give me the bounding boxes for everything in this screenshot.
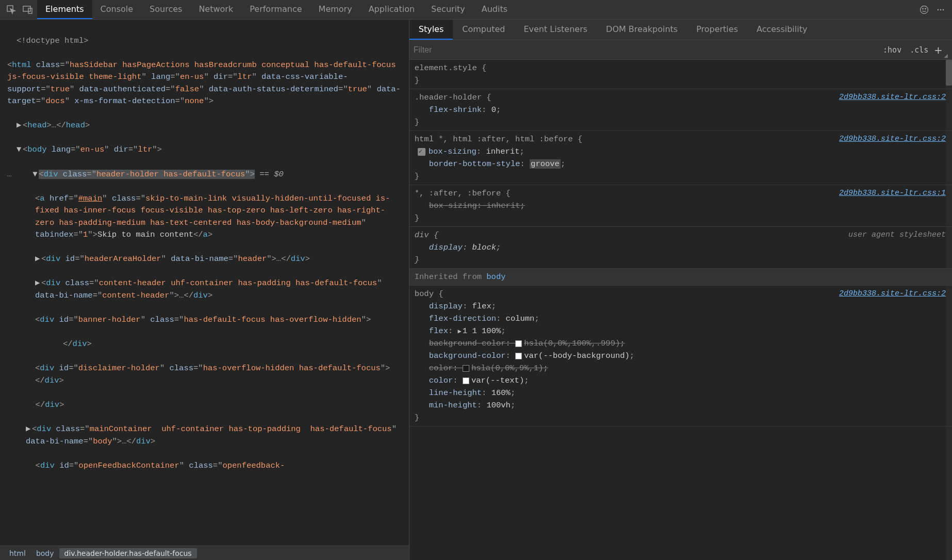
checkbox-icon[interactable] [418, 148, 425, 156]
svg-point-4 [923, 8, 924, 9]
tab-security[interactable]: Security [423, 0, 473, 19]
dom-selected-node[interactable]: …▼<div class="header-holder has-default-… [7, 169, 404, 181]
resize-corner-icon[interactable]: ◢ [944, 53, 948, 58]
tab-memory[interactable]: Memory [310, 0, 360, 19]
stab-styles[interactable]: Styles [409, 20, 453, 40]
dom-maincontainer[interactable]: ▶<div class="mainContainer uhf-container… [7, 423, 404, 448]
color-swatch-icon[interactable] [463, 365, 469, 372]
stab-props[interactable]: Properties [687, 20, 747, 40]
tab-performance[interactable]: Performance [241, 0, 310, 19]
dom-div-close[interactable]: </div> [7, 399, 404, 411]
stab-a11y[interactable]: Accessibility [747, 20, 816, 40]
styles-filterbar: :hov .cls + ◢ [409, 40, 952, 60]
dom-headerarea[interactable]: ▶<div id="headerAreaHolder" data-bi-name… [7, 253, 404, 266]
crumb-body[interactable]: body [31, 548, 59, 558]
styles-tabstrip: Styles Computed Event Listeners DOM Brea… [409, 20, 952, 40]
main-toolbar: Elements Console Sources Network Perform… [0, 0, 952, 20]
dom-head[interactable]: ▶<head>…</head> [7, 120, 404, 132]
elements-panel: <!doctype html> <html class="hasSidebar … [0, 20, 409, 560]
dom-bannerholder-close[interactable]: </div> [7, 338, 404, 351]
svg-point-3 [921, 6, 928, 13]
styles-panel: Styles Computed Event Listeners DOM Brea… [409, 20, 952, 560]
breadcrumbs: html body div.header-holder.has-default-… [0, 546, 409, 560]
inspect-icon[interactable] [4, 3, 19, 17]
svg-point-8 [943, 9, 944, 10]
rule-source-link[interactable]: 2d9bb338.site-ltr.css:1 [839, 187, 946, 199]
main-tabstrip: Elements Console Sources Network Perform… [37, 0, 516, 19]
dom-body-open[interactable]: ▼<body lang="en-us" dir="ltr"> [7, 144, 404, 156]
color-swatch-icon[interactable] [463, 377, 469, 384]
dom-html-open[interactable]: <html class="hasSidebar hasPageActions h… [7, 59, 404, 108]
svg-point-7 [940, 9, 942, 10]
device-toggle-icon[interactable] [21, 3, 35, 17]
expand-shorthand-icon[interactable]: ▶ [458, 327, 462, 337]
inherited-from-link[interactable]: body [486, 272, 505, 282]
new-rule-icon[interactable]: + [932, 44, 944, 56]
color-swatch-icon[interactable] [515, 353, 522, 359]
dom-disclaimer[interactable]: <div id="disclaimer-holder" class="has-o… [7, 363, 404, 387]
more-icon[interactable] [933, 3, 948, 17]
rule-source-ua: user agent stylesheet [848, 229, 946, 241]
rule-body[interactable]: 2d9bb338.site-ltr.css:2 body { display: … [409, 286, 952, 426]
dom-bannerholder[interactable]: <div id="banner-holder" class="has-defau… [7, 314, 404, 326]
crumb-html[interactable]: html [4, 548, 31, 558]
svg-rect-1 [23, 6, 30, 11]
cls-toggle[interactable]: .cls [906, 43, 932, 57]
ellipsis-icon: … [7, 169, 13, 181]
hov-toggle[interactable]: :hov [879, 43, 906, 57]
tab-sources[interactable]: Sources [141, 0, 190, 19]
dom-contentheader[interactable]: ▶<div class="content-header uhf-containe… [7, 277, 404, 302]
crumb-div[interactable]: div.header-holder.has-default-focus [59, 548, 197, 558]
color-swatch-icon[interactable] [515, 340, 522, 347]
tab-elements[interactable]: Elements [37, 0, 92, 19]
stab-dombp[interactable]: DOM Breakpoints [597, 20, 687, 40]
tab-application[interactable]: Application [360, 0, 423, 19]
rule-source-link[interactable]: 2d9bb338.site-ltr.css:2 [839, 288, 946, 300]
svg-point-6 [938, 9, 939, 10]
tab-console[interactable]: Console [92, 0, 142, 19]
stab-events[interactable]: Event Listeners [514, 20, 597, 40]
stab-computed[interactable]: Computed [453, 20, 514, 40]
dom-feedback[interactable]: <div id="openFeedbackContainer" class="o… [7, 460, 404, 472]
rules-list[interactable]: element.style { } 2d9bb338.site-ltr.css:… [409, 60, 952, 560]
filter-input[interactable] [414, 45, 879, 55]
dom-tree[interactable]: <!doctype html> <html class="hasSidebar … [0, 20, 409, 546]
devtools-root: Elements Console Sources Network Perform… [0, 0, 952, 560]
tab-audits[interactable]: Audits [473, 0, 516, 19]
feedback-smiley-icon[interactable] [917, 3, 931, 17]
inherited-from-header: Inherited from body [409, 269, 952, 286]
dom-doctype[interactable]: <!doctype html> [7, 35, 404, 47]
rule-div-ua[interactable]: user agent stylesheet div { display: blo… [409, 227, 952, 269]
rule-header-holder[interactable]: 2d9bb338.site-ltr.css:2 .header-holder {… [409, 89, 952, 131]
dom-anchor[interactable]: <a href="#main" class="skip-to-main-link… [7, 193, 404, 241]
rule-star[interactable]: 2d9bb338.site-ltr.css:1 *, :after, :befo… [409, 185, 952, 227]
svg-point-5 [925, 8, 926, 9]
rule-html-star[interactable]: 2d9bb338.site-ltr.css:2 html *, html :af… [409, 131, 952, 185]
rule-element-style[interactable]: element.style { } [409, 60, 952, 89]
tab-network[interactable]: Network [190, 0, 241, 19]
rule-source-link[interactable]: 2d9bb338.site-ltr.css:2 [839, 91, 946, 103]
main-split: <!doctype html> <html class="hasSidebar … [0, 20, 952, 560]
rule-source-link[interactable]: 2d9bb338.site-ltr.css:2 [839, 133, 946, 145]
